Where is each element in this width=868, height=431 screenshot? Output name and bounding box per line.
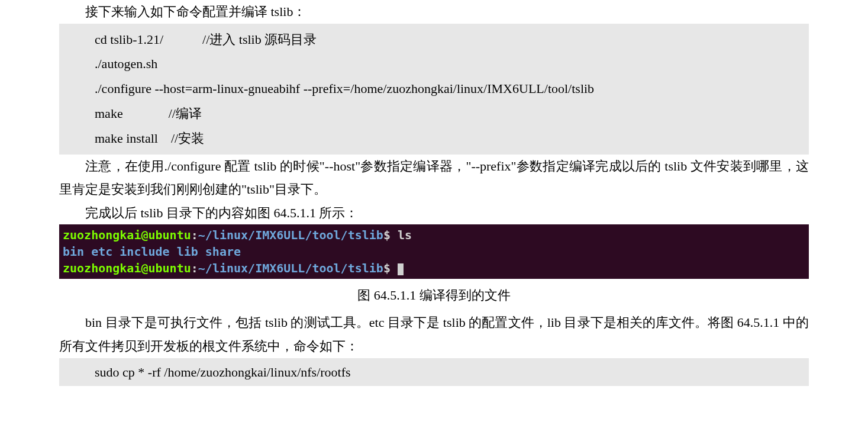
terminal-screenshot: zuozhongkai@ubuntu:~/linux/IMX6ULL/tool/… bbox=[59, 224, 809, 279]
document-content: 接下来输入如下命令配置并编译 tslib： cd tslib-1.21/ //进… bbox=[0, 0, 868, 392]
explain-paragraph-1: 注意，在使用./configure 配置 tslib 的时候"--host"参数… bbox=[59, 155, 809, 201]
terminal-path: ~/linux/IMX6ULL/tool/tslib bbox=[198, 261, 383, 275]
code-line: sudo cp * -rf /home/zuozhongkai/linux/nf… bbox=[95, 365, 351, 379]
terminal-command: ls bbox=[398, 228, 412, 242]
terminal-line: zuozhongkai@ubuntu:~/linux/IMX6ULL/tool/… bbox=[63, 227, 805, 243]
terminal-line: zuozhongkai@ubuntu:~/linux/IMX6ULL/tool/… bbox=[63, 260, 805, 276]
terminal-path: ~/linux/IMX6ULL/tool/tslib bbox=[198, 228, 383, 242]
intro-paragraph: 接下来输入如下命令配置并编译 tslib： bbox=[59, 0, 809, 24]
terminal-dollar: $ bbox=[383, 228, 398, 242]
terminal-cursor-icon bbox=[398, 263, 404, 275]
explain-paragraph-3: bin 目录下是可执行文件，包括 tslib 的测试工具。etc 目录下是 ts… bbox=[59, 311, 809, 358]
code-line: ./autogen.sh bbox=[95, 52, 809, 76]
code-line: make install //安装 bbox=[95, 126, 809, 151]
code-block-2: sudo cp * -rf /home/zuozhongkai/linux/nf… bbox=[59, 358, 809, 387]
code-block-1: cd tslib-1.21/ //进入 tslib 源码目录 ./autogen… bbox=[59, 24, 809, 155]
code-line: cd tslib-1.21/ //进入 tslib 源码目录 bbox=[95, 27, 809, 52]
terminal-user: zuozhongkai@ubuntu bbox=[63, 228, 191, 242]
terminal-dollar: $ bbox=[383, 261, 398, 275]
terminal-colon: : bbox=[191, 261, 198, 275]
code-line: ./configure --host=arm-linux-gnueabihf -… bbox=[95, 76, 809, 101]
terminal-output: bin etc include lib share bbox=[63, 243, 805, 260]
terminal-colon: : bbox=[191, 228, 198, 242]
terminal-user: zuozhongkai@ubuntu bbox=[63, 261, 191, 275]
figure-caption: 图 64.5.1.1 编译得到的文件 bbox=[59, 282, 809, 308]
code-line: make //编译 bbox=[95, 101, 809, 126]
explain-paragraph-2: 完成以后 tslib 目录下的内容如图 64.5.1.1 所示： bbox=[59, 201, 809, 225]
